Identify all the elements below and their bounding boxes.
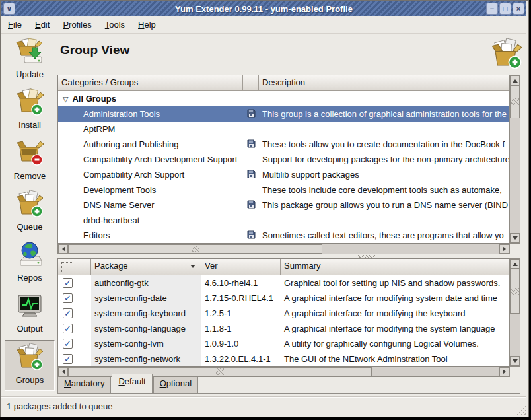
- statusbar-text: 1 packages added to queue: [7, 402, 112, 411]
- yum-extender-window: ∨ Yum Extender 0.99.11 - yum-enabled Pro…: [0, 0, 531, 420]
- group-row[interactable]: drbd-heartbeat: [58, 213, 509, 228]
- app-window: ∨ Yum Extender 0.99.11 - yum-enabled Pro…: [0, 0, 529, 417]
- sidebar-item-label: Remove: [14, 171, 46, 181]
- tab-default[interactable]: Default: [112, 374, 152, 394]
- scroll-left-icon[interactable]: [59, 369, 65, 374]
- sidebar-item-label: Install: [18, 120, 41, 130]
- tab-mandatory[interactable]: Mandatory: [57, 377, 111, 394]
- install-icon: [15, 88, 44, 119]
- menu-help[interactable]: Help: [131, 18, 162, 32]
- groups-icon: [15, 343, 44, 374]
- scroll-up-icon[interactable]: [513, 77, 518, 83]
- package-row[interactable]: ✓ system-config-lvm 1.0.9-1.0 A utility …: [58, 336, 509, 351]
- scroll-down-icon[interactable]: [513, 359, 518, 365]
- package-row[interactable]: ✓ authconfig-gtk 4.6.10-rhel4.1 Graphica…: [58, 275, 509, 291]
- menu-profiles[interactable]: Profiles: [56, 18, 98, 32]
- group-row[interactable]: AptRPM: [58, 122, 509, 137]
- scroll-down-icon[interactable]: [513, 236, 518, 242]
- installed-floppy-icon: [247, 109, 256, 120]
- resize-grip[interactable]: [516, 405, 526, 415]
- scrollbar-thumb[interactable]: [68, 244, 322, 254]
- col-header-select[interactable]: [58, 259, 77, 275]
- group-row[interactable]: DNS Name Server This package group allow…: [58, 197, 509, 213]
- package-checkbox[interactable]: ✓: [63, 308, 73, 318]
- col-header-package[interactable]: Package: [91, 259, 201, 275]
- scroll-left-icon[interactable]: [59, 246, 65, 252]
- menu-edit[interactable]: Edit: [28, 18, 56, 32]
- sidebar-item-queue[interactable]: Queue: [5, 188, 55, 238]
- queue-icon: [15, 190, 44, 221]
- group-table: Categories / Groups Description ▽All Gro…: [57, 75, 510, 244]
- sidebar-item-update[interactable]: Update: [5, 35, 55, 86]
- installed-floppy-icon: [247, 170, 256, 180]
- sidebar-item-remove[interactable]: Remove: [5, 137, 55, 188]
- package-table-header: Package Ver Summary: [58, 259, 509, 275]
- sidebar-item-repos[interactable]: Repos: [5, 238, 55, 289]
- window-title: Yum Extender 0.99.11 - yum-enabled Profi…: [1, 4, 526, 14]
- page-title: Group View: [60, 43, 129, 57]
- scrollbar-thumb[interactable]: [510, 269, 520, 314]
- focus-rect: [61, 262, 73, 273]
- sidebar-item-label: Groups: [16, 375, 44, 385]
- package-row[interactable]: ✓ system-config-keyboard 1.2.5-1 A graph…: [58, 306, 509, 321]
- package-table-vscrollbar[interactable]: [509, 258, 520, 367]
- minimize-icon: −: [490, 5, 494, 13]
- col-header-ver[interactable]: Ver: [201, 259, 281, 275]
- scroll-up-icon[interactable]: [513, 260, 518, 266]
- package-table: Package Ver Summary ✓ authconfig-gtk 4.6…: [57, 258, 510, 367]
- statusbar: 1 packages added to queue: [1, 396, 526, 415]
- group-row[interactable]: Compatibility Arch Development Support S…: [58, 152, 509, 167]
- col-header-summary[interactable]: Summary: [281, 259, 509, 275]
- package-checkbox[interactable]: ✓: [63, 354, 73, 364]
- minimize-button[interactable]: −: [486, 3, 498, 15]
- expander-open-icon[interactable]: ▽: [63, 95, 68, 103]
- menu-file[interactable]: File: [1, 18, 28, 32]
- notebook-edge: [57, 393, 520, 394]
- menu-tools[interactable]: Tools: [98, 18, 131, 32]
- group-table-header: Categories / Groups Description: [58, 75, 509, 91]
- sort-desc-icon: [190, 265, 195, 271]
- sidebar-item-label: Update: [16, 69, 44, 79]
- scroll-right-icon[interactable]: [503, 369, 509, 374]
- sidebar-item-output[interactable]: Output: [5, 289, 55, 340]
- group-row[interactable]: Development Tools These tools include co…: [58, 182, 509, 197]
- package-checkbox[interactable]: ✓: [63, 278, 73, 288]
- package-row[interactable]: ✓ system-config-date 1.7.15-0.RHEL4.1 A …: [58, 291, 509, 306]
- scrollbar-thumb[interactable]: [510, 85, 520, 118]
- group-row[interactable]: Administration Tools This group is a col…: [58, 106, 509, 122]
- close-button[interactable]: ×: [513, 3, 524, 15]
- group-table-hscrollbar[interactable]: [57, 244, 510, 254]
- repos-icon: [15, 240, 44, 271]
- col-header-description[interactable]: Description: [259, 75, 509, 91]
- group-row[interactable]: Editors Sometimes called text editors, t…: [58, 228, 509, 243]
- col-header-categories-groups[interactable]: Categories / Groups: [58, 75, 243, 91]
- group-row-all-groups[interactable]: ▽All Groups: [58, 91, 509, 106]
- col-header-blank[interactable]: [77, 259, 91, 275]
- titlebar[interactable]: ∨ Yum Extender 0.99.11 - yum-enabled Pro…: [1, 1, 526, 16]
- sidebar-item-install[interactable]: Install: [5, 86, 55, 137]
- sidebar-item-label: Output: [17, 324, 42, 333]
- installed-floppy-icon: [247, 139, 256, 150]
- package-row[interactable]: ✓ system-config-network 1.3.22.0.EL.4.1-…: [58, 351, 509, 367]
- menubar: File Edit Profiles Tools Help: [1, 17, 526, 34]
- sidebar-item-label: Queue: [17, 222, 42, 232]
- group-row[interactable]: Compatibility Arch Support Multilib supp…: [58, 167, 509, 182]
- tab-optional[interactable]: Optional: [153, 377, 198, 394]
- close-icon: ×: [516, 5, 520, 13]
- package-row[interactable]: ✓ system-config-language 1.1.8-1 A graph…: [58, 321, 509, 336]
- package-checkbox[interactable]: ✓: [63, 324, 73, 333]
- package-checkbox[interactable]: ✓: [63, 293, 73, 303]
- installed-floppy-icon: [247, 200, 256, 211]
- col-header-installed[interactable]: [243, 75, 259, 91]
- group-content-tabs: Mandatory Default Optional: [57, 376, 199, 394]
- view-sidebar: Update Install: [3, 35, 57, 391]
- scroll-right-icon[interactable]: [503, 246, 509, 252]
- sidebar-item-groups[interactable]: Groups: [5, 340, 55, 391]
- package-checkbox[interactable]: ✓: [63, 339, 73, 349]
- group-row[interactable]: Authoring and Publishing These tools all…: [58, 137, 509, 152]
- remove-icon: [15, 139, 44, 170]
- group-table-vscrollbar[interactable]: [509, 75, 520, 244]
- maximize-icon: □: [503, 5, 508, 13]
- group-view-icon: [489, 38, 524, 73]
- maximize-button[interactable]: □: [499, 3, 511, 15]
